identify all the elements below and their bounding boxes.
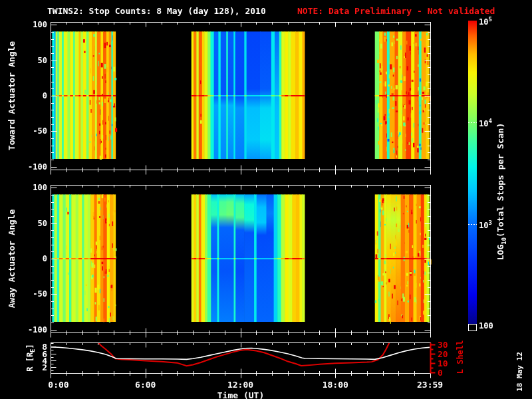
- x-tick-label-2: 12:00: [227, 380, 253, 390]
- r-tick-label-3: 8: [20, 342, 47, 352]
- plot-canvas: [0, 0, 532, 399]
- x-axis-label: Time (UT): [217, 390, 264, 399]
- y-tick-label-away-0: 100: [20, 183, 47, 192]
- y-tick-label-toward-2: 0: [20, 91, 47, 100]
- y-tick-label-away-4: -100: [20, 325, 47, 334]
- twins2-stop-counts-plot: TWINS2: Stop Counts: 8 May (day 128), 20…: [0, 0, 532, 399]
- x-tick-label-0: 0:00: [48, 380, 68, 390]
- y-tick-label-away-2: 0: [20, 254, 47, 263]
- y-axis-label-away: Away Actuator Angle: [7, 209, 17, 309]
- x-tick-label-3: 18:00: [323, 380, 348, 390]
- y-axis-label-lshell: L Shell: [456, 340, 465, 374]
- y-tick-label-toward-0: 100: [20, 20, 47, 29]
- colorbar-tick-label-1: 104: [479, 118, 492, 128]
- colorbar-title: LOG10(Total Stops per Scan): [495, 123, 507, 261]
- x-tick-label-1: 6:00: [135, 380, 156, 390]
- colorbar-tick-label-0: 105: [479, 16, 492, 27]
- datestamp: 18 May 12: [515, 352, 524, 392]
- y-axis-label-toward: Toward Actuator Angle: [7, 41, 17, 150]
- lshell-tick-label-3: 30: [438, 340, 448, 350]
- y-tick-label-toward-1: 50: [20, 56, 47, 65]
- lshell-tick-label-2: 20: [438, 349, 448, 359]
- y-tick-label-toward-4: -100: [20, 162, 47, 172]
- x-tick-label-4: 23:59: [417, 380, 443, 390]
- y-tick-label-toward-3: -50: [20, 126, 47, 136]
- y-tick-label-away-3: -50: [20, 289, 47, 299]
- preliminary-note: NOTE: Data Preliminary - Not validated: [297, 6, 495, 16]
- lshell-tick-label-1: 10: [438, 358, 448, 368]
- page-title: TWINS2: Stop Counts: 8 May (day 128), 20…: [47, 6, 266, 16]
- y-tick-label-away-1: 50: [20, 219, 47, 228]
- colorbar-tick-label-3: 100: [479, 321, 493, 331]
- lshell-tick-label-0: 0: [438, 368, 443, 378]
- colorbar-tick-label-2: 103: [479, 219, 492, 230]
